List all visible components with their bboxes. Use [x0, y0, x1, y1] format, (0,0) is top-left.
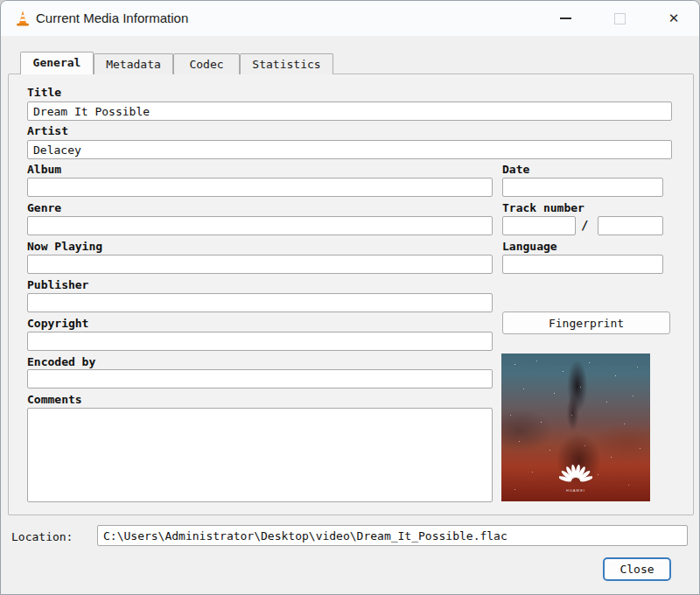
location-input[interactable]: [97, 525, 688, 546]
encoded-by-input[interactable]: [27, 369, 493, 388]
close-button[interactable]: Close: [603, 557, 671, 581]
media-information-dialog: Current Media Information ✕ General Meta…: [0, 0, 700, 595]
encoded-by-label: Encoded by: [27, 355, 95, 368]
minimize-icon: [560, 18, 571, 19]
location-label: Location:: [11, 530, 73, 543]
tab-general[interactable]: General: [20, 52, 94, 74]
language-label: Language: [502, 240, 557, 253]
maximize-icon: [614, 13, 626, 24]
language-input[interactable]: [502, 255, 663, 274]
minimize-button[interactable]: [545, 1, 585, 36]
genre-label: Genre: [27, 201, 61, 214]
album-label: Album: [27, 163, 61, 176]
now-playing-input[interactable]: [27, 255, 493, 274]
date-input[interactable]: [502, 178, 663, 197]
publisher-input[interactable]: [27, 293, 493, 312]
huawei-flower-icon: [559, 462, 592, 485]
close-window-button[interactable]: ✕: [654, 1, 694, 36]
fingerprint-button[interactable]: Fingerprint: [502, 312, 670, 334]
copyright-input[interactable]: [27, 332, 493, 351]
comments-label: Comments: [27, 393, 82, 406]
album-art-image: HUAWEI: [501, 354, 650, 501]
track-number-separator: /: [581, 218, 588, 232]
genre-input[interactable]: [27, 216, 493, 235]
artist-label: Artist: [27, 124, 68, 137]
huawei-logo: HUAWEI: [559, 462, 592, 493]
tab-statistics[interactable]: Statistics: [240, 53, 333, 74]
publisher-label: Publisher: [27, 278, 88, 291]
huawei-logo-text: HUAWEI: [559, 488, 592, 493]
window-title: Current Media Information: [36, 1, 188, 36]
nebula-stars: [501, 354, 502, 354]
maximize-button[interactable]: [599, 1, 640, 36]
comments-textarea[interactable]: [27, 408, 493, 502]
track-number-total-input[interactable]: [598, 216, 663, 235]
date-label: Date: [502, 163, 529, 176]
vlc-cone-icon: [13, 9, 32, 28]
title-input[interactable]: [27, 102, 672, 121]
titlebar[interactable]: Current Media Information ✕: [1, 1, 699, 36]
close-icon: ✕: [668, 10, 680, 26]
artist-input[interactable]: [27, 140, 672, 159]
tab-codec[interactable]: Codec: [173, 53, 240, 74]
tab-metadata[interactable]: Metadata: [94, 53, 173, 74]
now-playing-label: Now Playing: [27, 240, 102, 253]
track-number-current-input[interactable]: [502, 216, 576, 235]
album-input[interactable]: [27, 178, 493, 197]
title-label: Title: [27, 86, 61, 99]
track-number-label: Track number: [502, 201, 584, 214]
copyright-label: Copyright: [27, 317, 88, 330]
